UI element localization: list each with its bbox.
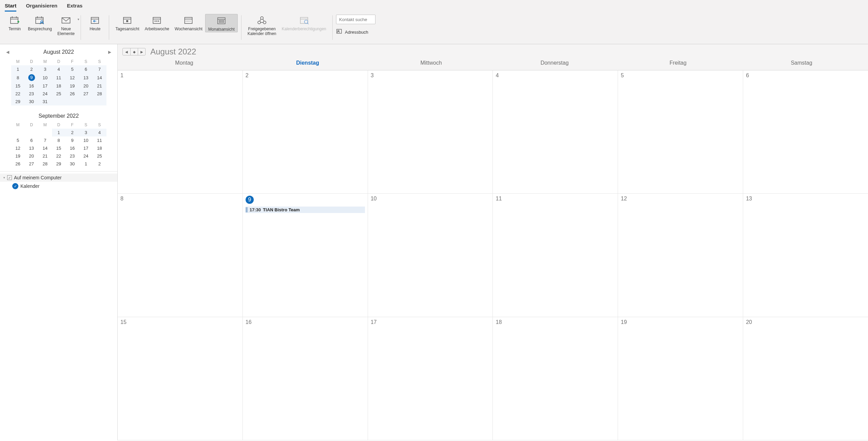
day-cell[interactable]: 3 — [368, 70, 493, 194]
mini-day[interactable]: 26 — [66, 90, 79, 98]
day-cell[interactable]: 19 — [618, 317, 743, 440]
termin-button[interactable]: Termin — [4, 14, 25, 36]
today-jump-button[interactable]: ◆ — [130, 48, 138, 55]
mini-day-today[interactable]: 9 — [25, 73, 38, 82]
mini-day[interactable]: 29 — [52, 160, 66, 168]
mini-day[interactable]: 9 — [66, 136, 79, 144]
mini-day[interactable]: 2 — [25, 65, 38, 73]
wochenansicht-button[interactable]: Wochenansicht — [172, 14, 205, 32]
mini-day[interactable]: 11 — [93, 136, 106, 144]
adressbuch-button[interactable]: Adressbuch — [336, 28, 368, 36]
neue-elemente-button[interactable]: ▾ Neue Elemente — [55, 14, 78, 36]
mini-day[interactable]: 2 — [66, 129, 79, 136]
mini-day[interactable]: 7 — [38, 136, 52, 144]
mini-day[interactable]: 6 — [25, 136, 38, 144]
mini-day[interactable]: 4 — [93, 129, 106, 136]
day-cell[interactable]: 8 — [118, 194, 243, 317]
day-cell[interactable]: 12 — [618, 194, 743, 317]
contact-search-input[interactable] — [336, 15, 375, 24]
day-cell[interactable]: 1 — [118, 70, 243, 194]
mini-day[interactable]: 8 — [52, 136, 66, 144]
tree-group-my-computer[interactable]: ▾ ✓ Auf meinem Computer — [0, 174, 117, 182]
mini-day[interactable]: 20 — [79, 82, 93, 90]
mini-day[interactable]: 23 — [25, 90, 38, 98]
mini-day[interactable]: 10 — [38, 73, 52, 82]
mini-day[interactable]: 18 — [93, 144, 106, 152]
mini-day[interactable]: 24 — [79, 152, 93, 160]
mini-day[interactable]: 28 — [93, 90, 106, 98]
mini-day[interactable]: 4 — [52, 65, 66, 73]
mini-day[interactable]: 14 — [38, 144, 52, 152]
mini-day[interactable]: 19 — [66, 82, 79, 90]
mini-day[interactable]: 8 — [11, 73, 25, 82]
day-cell[interactable]: 10 — [368, 194, 493, 317]
day-cell[interactable]: 15 — [118, 317, 243, 440]
mini-day[interactable]: 26 — [11, 160, 25, 168]
mini-day[interactable]: 12 — [11, 144, 25, 152]
mini-day[interactable]: 16 — [25, 82, 38, 90]
besprechung-button[interactable]: Besprechung — [25, 14, 55, 36]
checkbox-icon[interactable]: ✓ — [7, 175, 12, 180]
day-cell[interactable]: 2 — [243, 70, 368, 194]
mini-day[interactable]: 21 — [93, 82, 106, 90]
mini-day[interactable]: 13 — [79, 73, 93, 82]
mini-day[interactable]: 20 — [25, 152, 38, 160]
day-cell[interactable]: 20 — [743, 317, 868, 440]
arbeitswoche-button[interactable]: Arbeitswoche — [142, 14, 172, 32]
mini-day[interactable]: 30 — [25, 98, 38, 105]
event-item[interactable]: 17:30 TIAN Bistro Team — [246, 207, 365, 213]
mini-day[interactable]: 10 — [79, 136, 93, 144]
next-button[interactable]: ▶ — [138, 48, 145, 55]
mini-day[interactable]: 17 — [79, 144, 93, 152]
mini-day[interactable]: 31 — [38, 98, 52, 105]
tab-organisieren[interactable]: Organisieren — [26, 3, 57, 12]
day-cell[interactable]: 17 — [368, 317, 493, 440]
freigegebenen-kalender-button[interactable]: Freigegebenen Kalender öffnen — [245, 14, 279, 36]
day-cell[interactable]: 18 — [493, 317, 618, 440]
mini-day[interactable]: 28 — [38, 160, 52, 168]
mini-day[interactable]: 7 — [93, 65, 106, 73]
mini-day[interactable]: 12 — [66, 73, 79, 82]
day-cell-today[interactable]: 9 17:30 TIAN Bistro Team — [243, 194, 368, 317]
monatsansicht-button[interactable]: Monatsansicht — [205, 14, 237, 32]
tree-item-kalender[interactable]: ✓ Kalender — [0, 182, 117, 191]
prev-button[interactable]: ◀ — [123, 48, 130, 55]
mini-day[interactable]: 18 — [52, 82, 66, 90]
mini-day[interactable]: 2 — [93, 160, 106, 168]
mini-day[interactable]: 30 — [66, 160, 79, 168]
mini-day[interactable]: 21 — [38, 152, 52, 160]
mini-day[interactable]: 19 — [11, 152, 25, 160]
mini-day[interactable]: 22 — [52, 152, 66, 160]
mini-day[interactable]: 29 — [11, 98, 25, 105]
mini-day[interactable]: 25 — [52, 90, 66, 98]
tab-start[interactable]: Start — [5, 3, 16, 12]
mini-day[interactable]: 1 — [11, 65, 25, 73]
mini-day[interactable]: 1 — [52, 129, 66, 136]
day-cell[interactable]: 16 — [243, 317, 368, 440]
mini-day[interactable]: 1 — [79, 160, 93, 168]
mini-day[interactable]: 17 — [38, 82, 52, 90]
tab-extras[interactable]: Extras — [67, 3, 83, 12]
mini-day[interactable]: 15 — [11, 82, 25, 90]
mini-day[interactable]: 15 — [52, 144, 66, 152]
day-cell[interactable]: 13 — [743, 194, 868, 317]
tagesansicht-button[interactable]: Tagesansicht — [113, 14, 142, 32]
day-cell[interactable]: 6 — [743, 70, 868, 194]
mini-day[interactable]: 5 — [11, 136, 25, 144]
mini-day[interactable]: 27 — [79, 90, 93, 98]
mini-day[interactable]: 13 — [25, 144, 38, 152]
mini-day[interactable]: 16 — [66, 144, 79, 152]
mini-day[interactable]: 27 — [25, 160, 38, 168]
day-cell[interactable]: 4 — [493, 70, 618, 194]
mini-day[interactable]: 25 — [93, 152, 106, 160]
mini-day[interactable]: 23 — [66, 152, 79, 160]
mini-day[interactable]: 24 — [38, 90, 52, 98]
mini-day[interactable]: 11 — [52, 73, 66, 82]
checkmark-dot-icon[interactable]: ✓ — [12, 183, 18, 189]
day-cell[interactable]: 5 — [618, 70, 743, 194]
mini-day[interactable]: 5 — [66, 65, 79, 73]
mini-day[interactable]: 6 — [79, 65, 93, 73]
mini-day[interactable]: 14 — [93, 73, 106, 82]
mini-day[interactable]: 3 — [38, 65, 52, 73]
prev-month-arrow[interactable]: ◀ — [3, 48, 12, 56]
